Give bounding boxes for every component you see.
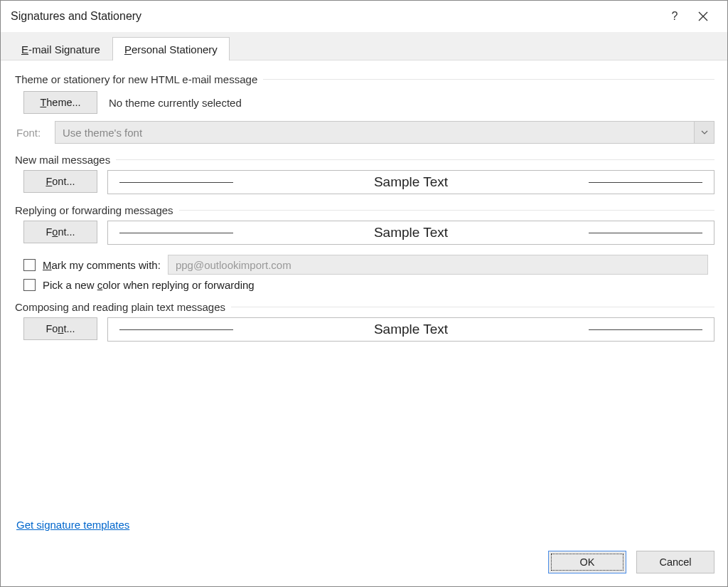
section-plain-heading: Composing and reading plain text message… (15, 301, 714, 313)
chevron-down-icon (694, 122, 714, 143)
new-mail-font-button[interactable]: Font... (23, 170, 97, 193)
pick-color-checkbox[interactable] (23, 279, 36, 291)
title-bar: Signatures and Stationery ? (1, 1, 727, 32)
sample-line (119, 233, 233, 233)
pick-color-label: Pick a new color when replying or forwar… (43, 279, 255, 291)
section-theme-heading: Theme or stationery for new HTML e-mail … (15, 73, 714, 85)
mark-comments-label: Mark my comments with: (43, 259, 161, 271)
divider (116, 159, 714, 160)
tab-strip: E-mail Signature Personal Stationery (1, 32, 727, 60)
plain-sample: Sample Text (107, 317, 714, 342)
theme-font-combo[interactable]: Use theme's font (55, 121, 714, 144)
help-button[interactable]: ? (660, 2, 689, 31)
dialog-footer: OK Cancel (548, 551, 714, 573)
section-reply-heading-text: Replying or forwarding messages (15, 204, 173, 216)
section-new-mail-heading: New mail messages (15, 154, 714, 166)
font-label: Font: (16, 127, 48, 139)
mark-comments-value: ppg@outlookimport.com (176, 259, 291, 271)
tab-personal-stationery[interactable]: Personal Stationery (112, 37, 230, 60)
sample-line (119, 329, 233, 330)
sample-line (589, 329, 702, 330)
close-icon (698, 11, 708, 21)
section-plain-heading-text: Composing and reading plain text message… (15, 301, 225, 313)
new-mail-sample-text: Sample Text (374, 174, 448, 190)
mark-comments-input[interactable]: ppg@outlookimport.com (168, 255, 708, 275)
plain-font-button[interactable]: Font... (23, 317, 97, 340)
sample-line (589, 182, 702, 183)
section-theme-heading-text: Theme or stationery for new HTML e-mail … (15, 73, 257, 85)
sample-line (119, 182, 233, 183)
close-button[interactable] (689, 2, 717, 31)
mark-comments-checkbox[interactable] (23, 259, 36, 271)
reply-sample-text: Sample Text (374, 225, 448, 240)
tab-email-signature[interactable]: E-mail Signature (9, 37, 112, 60)
ok-button[interactable]: OK (548, 551, 626, 573)
plain-sample-text: Sample Text (374, 322, 448, 337)
cancel-button[interactable]: Cancel (636, 551, 714, 573)
window-title: Signatures and Stationery (11, 10, 660, 23)
theme-button[interactable]: Theme... (23, 91, 97, 114)
divider (263, 79, 714, 80)
signature-templates-link[interactable]: Get signature templates (16, 519, 129, 531)
tab-content: Theme or stationery for new HTML e-mail … (1, 60, 727, 342)
new-mail-sample: Sample Text (107, 170, 714, 194)
section-reply-heading: Replying or forwarding messages (15, 204, 714, 216)
reply-font-button[interactable]: Font... (23, 221, 97, 243)
theme-status-text: No theme currently selected (109, 97, 242, 109)
divider (179, 210, 714, 211)
divider (231, 307, 714, 307)
reply-sample: Sample Text (107, 221, 714, 245)
sample-line (589, 233, 702, 233)
theme-font-combo-value: Use theme's font (63, 127, 142, 139)
section-new-mail-heading-text: New mail messages (15, 154, 110, 166)
